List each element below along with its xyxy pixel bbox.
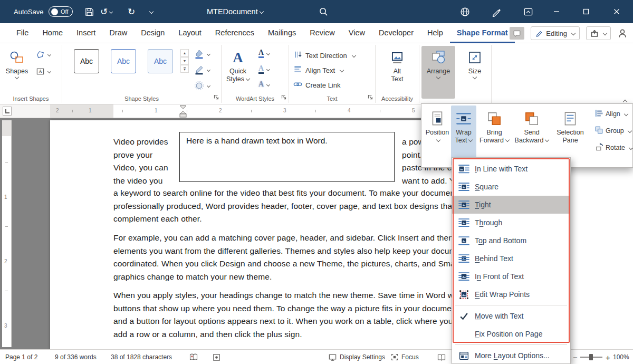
- gallery-up-button[interactable]: ▴: [180, 49, 189, 57]
- tab-view[interactable]: View: [342, 23, 372, 43]
- rotate-button[interactable]: Rotate: [594, 141, 633, 155]
- edit-shape-button[interactable]: [36, 50, 51, 59]
- tab-insert[interactable]: Insert: [70, 23, 102, 43]
- text-fill-button[interactable]: A: [258, 49, 270, 58]
- display-settings-button[interactable]: Display Settings: [328, 350, 385, 364]
- draw-text-box-button[interactable]: A: [36, 67, 51, 76]
- tab-file[interactable]: File: [9, 23, 35, 43]
- comments-button[interactable]: [510, 27, 524, 40]
- group-label: Text: [289, 95, 375, 102]
- shape-style-thumbnail[interactable]: Abc: [148, 49, 173, 73]
- undo-button[interactable]: ↺: [100, 0, 112, 23]
- wrap-menu-item-behind-text[interactable]: Behind Text: [452, 250, 570, 267]
- group-objects-icon: [594, 126, 603, 136]
- create-link-button[interactable]: Create Link: [293, 78, 356, 92]
- gallery-down-button[interactable]: ▾: [180, 57, 189, 65]
- wrap-menu-item-more-layout-options[interactable]: More Layout Options...: [452, 347, 570, 364]
- text-effects-button[interactable]: A: [258, 81, 270, 88]
- tab-references[interactable]: References: [208, 23, 261, 43]
- wrap-menu-item-move-with-text[interactable]: Move with Text: [452, 307, 570, 325]
- macro-record-button[interactable]: [212, 350, 221, 364]
- close-icon: [613, 8, 620, 15]
- redo-button[interactable]: ↻: [128, 0, 135, 23]
- selection-pane-button[interactable]: SelectionPane: [551, 106, 589, 166]
- gallery-more-button[interactable]: ▾: [180, 65, 189, 73]
- tab-home[interactable]: Home: [35, 23, 70, 43]
- proofing-status-button[interactable]: [189, 350, 198, 364]
- share-icon: [590, 29, 599, 37]
- text-effects-icon: A: [258, 81, 264, 88]
- size-button[interactable]: Size: [460, 46, 490, 79]
- minimize-button[interactable]: [544, 0, 569, 23]
- tab-mailings[interactable]: Mailings: [261, 23, 303, 43]
- shape-style-thumbnail[interactable]: Abc: [111, 49, 136, 73]
- close-button[interactable]: [605, 0, 629, 23]
- maximize-button[interactable]: [574, 0, 598, 23]
- document-title[interactable]: MTEDocument: [207, 0, 263, 23]
- group-button[interactable]: Group: [594, 124, 633, 138]
- bring-forward-button[interactable]: BringForward: [476, 106, 512, 166]
- character-count-status[interactable]: 38 of 1828 characters: [111, 350, 172, 364]
- tab-developer[interactable]: Developer: [372, 23, 420, 43]
- ink-button[interactable]: [487, 0, 505, 23]
- text-direction-button[interactable]: Text Direction: [293, 48, 356, 63]
- ribbon-tab-row: FileHomeInsertDrawDesignLayoutReferences…: [0, 23, 633, 43]
- tab-review[interactable]: Review: [303, 23, 342, 43]
- search-button[interactable]: [314, 0, 332, 23]
- shape-fill-button[interactable]: [194, 49, 210, 59]
- wrap-menu-item-edit-wrap-points[interactable]: Edit Wrap Points: [452, 285, 570, 303]
- toggle-knob: [51, 8, 58, 15]
- align-text-button[interactable]: Align Text: [293, 63, 356, 78]
- wrap-menu-item-through[interactable]: Through: [452, 214, 570, 232]
- shapes-button[interactable]: Shapes: [3, 46, 31, 79]
- editing-mode-button[interactable]: Editing: [531, 26, 580, 40]
- focus-button[interactable]: Focus: [390, 350, 419, 364]
- align-button[interactable]: Align: [594, 107, 633, 121]
- tab-draw[interactable]: Draw: [102, 23, 134, 43]
- ruler-tick: [5, 226, 8, 227]
- shape-effects-button[interactable]: [194, 81, 210, 91]
- zoom-in-button[interactable]: +: [606, 350, 610, 364]
- shape-style-thumbnail[interactable]: Abc: [74, 49, 99, 73]
- tab-help[interactable]: Help: [420, 23, 450, 43]
- zoom-level[interactable]: 100%: [613, 350, 629, 364]
- collapse-ribbon-button[interactable]: [621, 96, 627, 104]
- wrap-menu-item-in-line-with-text[interactable]: In Line with Text: [452, 160, 570, 178]
- save-button[interactable]: [80, 0, 98, 23]
- dialog-launcher-icon[interactable]: [281, 94, 287, 102]
- globe-button[interactable]: [456, 0, 474, 23]
- tab-design[interactable]: Design: [134, 23, 171, 43]
- wrap-menu-item-tight[interactable]: Tight: [452, 196, 570, 214]
- wrap-menu-item-top-and-bottom[interactable]: Top and Bottom: [452, 232, 570, 250]
- read-mode-button[interactable]: [437, 350, 446, 364]
- wrap-text-button[interactable]: WrapText: [451, 106, 476, 166]
- vertical-ruler[interactable]: 123: [2, 120, 12, 347]
- position-button[interactable]: Position: [424, 106, 451, 166]
- wrap-menu-item-fix-position-on-page[interactable]: Fix Position on Page: [452, 325, 570, 343]
- ribbon-display-options-button[interactable]: [519, 0, 537, 23]
- word-count-status[interactable]: 9 of 336 words: [55, 350, 97, 364]
- ruler-number: 2: [4, 258, 7, 264]
- wrap-menu-item-in-front-of-text[interactable]: In Front of Text: [452, 267, 570, 285]
- people-icon[interactable]: [617, 28, 628, 39]
- text-box-shape[interactable]: Here is a hand drawn text box in Word.: [179, 132, 395, 182]
- wordart-quick-styles-button[interactable]: A Quick Styles: [224, 46, 252, 83]
- tab-shape-format[interactable]: Shape Format: [450, 23, 515, 43]
- text-outline-button[interactable]: A: [258, 65, 270, 74]
- shape-outline-button[interactable]: [194, 65, 210, 75]
- tab-stop-selector[interactable]: [3, 107, 12, 116]
- wrap-menu-item-square[interactable]: Square: [452, 178, 570, 196]
- arrange-button[interactable]: Arrange: [421, 46, 455, 99]
- page-number-status[interactable]: Page 1 of 2: [5, 350, 37, 364]
- alt-text-button[interactable]: Alt Text: [383, 46, 411, 83]
- tab-layout[interactable]: Layout: [171, 23, 208, 43]
- dialog-launcher-icon[interactable]: [213, 94, 219, 102]
- zoom-out-button[interactable]: −: [573, 350, 578, 364]
- customize-quick-access-button[interactable]: [148, 0, 153, 23]
- chevron-down-icon: [628, 129, 632, 133]
- dialog-launcher-icon[interactable]: [367, 94, 373, 102]
- share-button[interactable]: [586, 26, 611, 40]
- send-backward-button[interactable]: SendBackward: [512, 106, 551, 166]
- zoom-slider-thumb[interactable]: [589, 354, 593, 360]
- autosave-toggle[interactable]: Off: [49, 6, 73, 17]
